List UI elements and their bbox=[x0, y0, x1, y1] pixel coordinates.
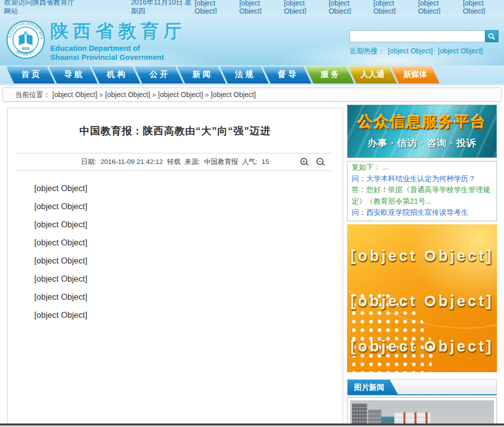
nav-tab[interactable]: 新 闻 bbox=[177, 66, 226, 83]
meta-source: 中国教育报 bbox=[204, 158, 238, 165]
nav-tab[interactable]: 机 构 bbox=[92, 66, 140, 83]
breadcrumb: 当前位置：[object Object][object Object][obje… bbox=[3, 88, 501, 102]
main-nav: 首 页导 航机 构公 开新 闻法 规督 导服 务人人通新媒体 bbox=[0, 65, 504, 86]
hot-search-row: 近期热搜：[object Object][object Object] bbox=[350, 47, 498, 56]
photo-news-image[interactable] bbox=[347, 397, 497, 427]
topbar-link[interactable]: [object Object] bbox=[328, 0, 366, 15]
breadcrumb-item[interactable]: [object Object] bbox=[98, 91, 150, 99]
logo-leaf bbox=[24, 31, 28, 35]
text-zoom-controls bbox=[298, 158, 325, 165]
breadcrumb-item[interactable]: [object Object] bbox=[150, 91, 203, 99]
qa-item[interactable]: 问：大学本科结业生认定为何种学历？ bbox=[352, 173, 492, 185]
banner2-line: [object Object] bbox=[347, 338, 497, 355]
svg-text:EDS: EDS bbox=[22, 46, 29, 51]
logo-book-left bbox=[19, 34, 25, 45]
topbar-link[interactable]: [object Object] bbox=[195, 0, 232, 15]
logo-emblem-icon: EDUCATION DEPARTMENT OF SHAANXI 陕西省教育厅 E… bbox=[6, 20, 45, 59]
banner1-subtitle: 办事 · 信访 · 咨询 · 投诉 bbox=[348, 137, 496, 150]
qa-item[interactable]: 复如下： ... bbox=[352, 161, 492, 173]
site-header: EDUCATION DEPARTMENT OF SHAANXI 陕西省教育厅 E… bbox=[0, 14, 504, 65]
meta-date-label: 日期: bbox=[81, 158, 97, 165]
breadcrumb-item[interactable]: [object Object] bbox=[52, 91, 98, 99]
site-subtitle-line1: Education Department of bbox=[50, 44, 186, 53]
zoom-in-icon[interactable] bbox=[300, 158, 307, 165]
article-paragraph: [object Object] bbox=[18, 197, 332, 215]
hot-search-term[interactable]: [object Object] bbox=[388, 47, 433, 55]
nav-tab[interactable]: 督 导 bbox=[263, 66, 311, 83]
logo-book-right bbox=[27, 34, 33, 45]
nav-tab[interactable]: 法 规 bbox=[220, 66, 269, 83]
article-panel: 中国教育报：陕西高教由“大”向“强”迈进 日期:2016-11-09 21:42… bbox=[7, 108, 343, 427]
meta-date: 2016-11-09 21:42:12 bbox=[101, 158, 163, 165]
public-info-service-banner[interactable]: 公众信息服务平台 办事 · 信访 · 咨询 · 投诉 bbox=[347, 105, 497, 158]
meta-repost: 转载 bbox=[167, 158, 181, 165]
topbar-link[interactable]: [object Object] bbox=[239, 0, 277, 15]
nav-tab[interactable]: 人人通 bbox=[348, 66, 397, 83]
article-paragraph: [object Object] bbox=[18, 270, 332, 288]
breadcrumb-label: 当前位置： bbox=[15, 91, 50, 99]
bottom-strip bbox=[0, 423, 504, 427]
nav-tab[interactable]: 首 页 bbox=[6, 66, 55, 83]
breadcrumb-items: [object Object][object Object][object Ob… bbox=[52, 91, 256, 99]
nav-tab[interactable]: 服 务 bbox=[305, 66, 354, 83]
article-paragraph: [object Object] bbox=[18, 233, 332, 251]
qa-item[interactable]: 问：西安欧亚学院招生宣传误导考生 bbox=[352, 207, 492, 218]
search-icon bbox=[488, 33, 495, 40]
qa-list: 复如下： ...问：大学本科结业生认定为何种学历？答：您好！依据《普通高等学校学… bbox=[347, 161, 497, 221]
nav-tab[interactable]: 导 航 bbox=[49, 66, 98, 83]
topbar: 欢迎访问陕西省教育厅网站 2016年11月10日 星期四 [object Obj… bbox=[0, 0, 504, 14]
topbar-link[interactable]: [object Object] bbox=[463, 0, 500, 15]
banner2-line: [object Object] bbox=[347, 293, 497, 310]
article-body: [object Object][object Object][object Ob… bbox=[18, 179, 332, 324]
article-paragraph: [object Object] bbox=[18, 306, 332, 324]
nav-tab[interactable]: 公 开 bbox=[134, 66, 183, 83]
site-titles: 陕西省教育厅 Education Department of Shaanxi P… bbox=[50, 19, 186, 62]
article-paragraph: [object Object] bbox=[18, 215, 332, 233]
qa-item[interactable]: 答：您好！依据《普通高等学校学生管理规定》（教育部令第21号... bbox=[352, 184, 492, 207]
photo-news-title-tab: 图片新闻 bbox=[348, 380, 398, 394]
site-title: 陕西省教育厅 bbox=[50, 19, 186, 44]
hot-search-terms: [object Object][object Object] bbox=[388, 47, 488, 55]
article-paragraph: [object Object] bbox=[18, 288, 332, 306]
banner1-title: 公众信息服务平台 bbox=[348, 112, 496, 132]
topbar-link[interactable]: [object Object] bbox=[373, 0, 410, 15]
breadcrumb-item[interactable]: [object Object] bbox=[203, 91, 256, 99]
article-paragraph: [object Object] bbox=[18, 179, 332, 197]
site-subtitle-line2: Shaanxi Provincial Government bbox=[50, 53, 186, 62]
agency-spirit-banner[interactable]: [object Object][object Object][object Ob… bbox=[347, 224, 497, 372]
article-meta: 日期:2016-11-09 21:42:12转载来源:中国教育报人气:15 bbox=[18, 153, 332, 171]
site-logo: EDUCATION DEPARTMENT OF SHAANXI 陕西省教育厅 E… bbox=[6, 20, 45, 59]
search-input[interactable] bbox=[350, 30, 485, 42]
meta-views: 15 bbox=[262, 158, 269, 165]
article-paragraph: [object Object] bbox=[18, 251, 332, 270]
nav-tab[interactable]: 新媒体 bbox=[391, 66, 440, 83]
topbar-links: [object Object][object Object][object Ob… bbox=[195, 0, 500, 15]
hot-search-label: 近期热搜： bbox=[350, 47, 385, 55]
sidebar: 公众信息服务平台 办事 · 信访 · 咨询 · 投诉 复如下： ...问：大学本… bbox=[347, 105, 497, 427]
topbar-link[interactable]: [object Object] bbox=[284, 0, 321, 15]
banner2-line: [object Object] bbox=[347, 247, 497, 265]
search-area: 近期热搜：[object Object][object Object] bbox=[350, 30, 498, 56]
photo-news-header: 图片新闻 bbox=[347, 379, 497, 395]
search-button[interactable] bbox=[485, 30, 498, 42]
article-title: 中国教育报：陕西高教由“大”向“强”迈进 bbox=[18, 124, 332, 138]
qa-item[interactable]: 答：您好！西安欧亚学院2016年7月19日答复如下： bbox=[352, 218, 492, 222]
meta-views-label: 人气: bbox=[242, 158, 258, 165]
topbar-link[interactable]: [object Object] bbox=[418, 0, 455, 15]
zoom-out-icon[interactable] bbox=[316, 158, 323, 165]
meta-source-label: 来源: bbox=[185, 158, 200, 165]
hot-search-term[interactable]: [object Object] bbox=[438, 47, 483, 55]
